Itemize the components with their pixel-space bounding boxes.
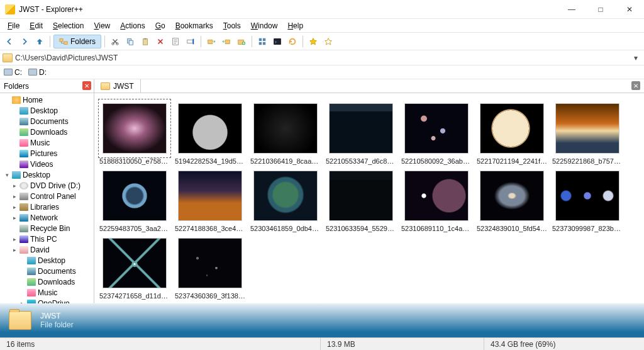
nav-up-button[interactable]: [33, 35, 47, 48]
folder-tree-icon: [59, 37, 68, 46]
svg-rect-18: [274, 38, 281, 44]
folders-pane-toggle[interactable]: Folders: [53, 35, 101, 48]
menu-actions[interactable]: Actions: [115, 20, 150, 31]
expand-icon[interactable]: ▸: [11, 247, 18, 253]
file-item[interactable]: 52374360369_3f1388730c_k....: [174, 235, 247, 300]
tree-node-dvd-drive-d-[interactable]: ▸DVD Drive (D:): [0, 180, 94, 191]
terminal-button[interactable]: [270, 35, 284, 48]
tab-close-button[interactable]: ✕: [631, 81, 640, 90]
tree-close-button[interactable]: ✕: [82, 81, 91, 90]
tree-node-music[interactable]: Music: [0, 137, 94, 148]
tree-node-desktop[interactable]: Desktop: [0, 105, 94, 116]
tree-node-documents[interactable]: Documents: [0, 116, 94, 127]
file-item[interactable]: 52217021194_2241f505e1_k....: [475, 101, 548, 166]
cut-button[interactable]: [108, 35, 122, 48]
menu-window[interactable]: Window: [246, 20, 283, 31]
menu-help[interactable]: Help: [282, 20, 308, 31]
menu-go[interactable]: Go: [150, 20, 170, 31]
thumbnail: [553, 168, 622, 223]
menu-file[interactable]: File: [3, 20, 25, 31]
thumbnail: [175, 235, 245, 291]
file-item[interactable]: 52374271658_d11dcb3d64_o....: [98, 235, 171, 300]
tab-jwst[interactable]: JWST: [94, 79, 141, 93]
copy-button[interactable]: [123, 35, 137, 48]
address-dropdown-icon[interactable]: ▾: [630, 54, 641, 62]
tree-node-pictures[interactable]: Pictures: [0, 148, 94, 159]
drive-c[interactable]: C:: [4, 68, 22, 77]
tree-node-network[interactable]: ▸Network: [0, 212, 94, 223]
close-button[interactable]: ✕: [615, 0, 644, 19]
move-to-button[interactable]: [219, 35, 233, 48]
expand-icon[interactable]: ▸: [11, 193, 18, 200]
tree-node-downloads[interactable]: Downloads: [0, 127, 94, 137]
node-icon: [19, 139, 28, 147]
tree-node-home[interactable]: Home: [0, 94, 94, 105]
menu-bookmarks[interactable]: Bookmarks: [170, 20, 218, 31]
tree-node-libraries[interactable]: ▸Libraries: [0, 201, 94, 212]
nav-back-button[interactable]: [3, 35, 16, 48]
file-item[interactable]: 52373099987_823bc2283a_o....: [551, 168, 624, 233]
nav-forward-button[interactable]: [18, 35, 31, 48]
file-item[interactable]: 52210366419_8caa0cfad4_k....: [249, 101, 322, 166]
tree-node-documents[interactable]: Documents: [0, 266, 94, 276]
svg-rect-16: [259, 42, 262, 44]
views-button[interactable]: [255, 35, 269, 48]
new-folder-button[interactable]: [235, 35, 248, 48]
refresh-button[interactable]: [286, 35, 299, 48]
tree-node-desktop[interactable]: Desktop: [0, 255, 94, 266]
file-pane[interactable]: 51888310050_e758d5372b_h.jpg51942282534_…: [94, 93, 644, 303]
maximize-button[interactable]: □: [586, 0, 615, 19]
svg-rect-6: [143, 38, 148, 45]
copy-to-button[interactable]: [204, 35, 218, 48]
file-item[interactable]: 52259221868_b757d6cdea_k....: [551, 101, 624, 166]
file-name: 52374271658_d11dcb3d64_o....: [99, 292, 170, 300]
thumbnail: [175, 168, 245, 223]
tree-node-music[interactable]: Music: [0, 287, 94, 298]
file-item[interactable]: 51888310050_e758d5372b_h.jpg: [98, 101, 171, 166]
properties-button[interactable]: [169, 35, 182, 48]
file-item[interactable]: 52310633594_552975212a_k....: [325, 168, 397, 233]
expand-icon[interactable]: ▸: [11, 183, 18, 189]
status-items: 16 items: [0, 338, 321, 350]
delete-button[interactable]: [153, 35, 167, 48]
node-icon: [19, 107, 28, 115]
menu-view[interactable]: View: [89, 20, 115, 31]
tree-node-recycle-bin[interactable]: Recycle Bin: [0, 223, 94, 234]
tree-node-this-pc[interactable]: ▸This PC: [0, 234, 94, 244]
tree-node-david[interactable]: ▸David: [0, 244, 94, 255]
bookmark-add-button[interactable]: [306, 35, 320, 48]
file-name: 52217021194_2241f505e1_k....: [477, 157, 547, 166]
menu-edit[interactable]: Edit: [25, 20, 48, 31]
tree-node-onedrive[interactable]: ▸OneDrive: [0, 298, 94, 303]
file-item[interactable]: 52310689110_1c4ab555b0_k....: [400, 168, 473, 233]
bookmark-manage-button[interactable]: [321, 35, 335, 48]
paste-button[interactable]: [138, 35, 152, 48]
menu-tools[interactable]: Tools: [218, 20, 246, 31]
file-item[interactable]: 52259483705_3aa25d6956_k....: [98, 168, 171, 233]
minimize-button[interactable]: ―: [557, 0, 586, 19]
folder-tree[interactable]: HomeDesktopDocumentsDownloadsMusicPictur…: [0, 93, 94, 303]
tree-node-control-panel[interactable]: ▸Control Panel: [0, 191, 94, 201]
expand-icon[interactable]: ▸: [11, 204, 18, 210]
drive-d[interactable]: D:: [28, 68, 47, 77]
file-name: 51942282534_19d5470826_o....: [175, 157, 245, 166]
menu-selection[interactable]: Selection: [48, 20, 89, 31]
address-input[interactable]: [15, 54, 628, 62]
tree-node-downloads[interactable]: Downloads: [0, 276, 94, 287]
tree-node-videos[interactable]: Videos: [0, 159, 94, 169]
tree-node-desktop[interactable]: ▾Desktop: [0, 169, 94, 180]
rename-button[interactable]: [184, 35, 197, 48]
node-icon: [19, 161, 28, 168]
expand-icon[interactable]: ▸: [11, 215, 18, 221]
file-item[interactable]: 52274188368_3ce4e1d2da_k....: [174, 168, 247, 233]
file-item[interactable]: 52324839010_5fd541e2f2_k.jpg: [475, 168, 548, 233]
expand-icon[interactable]: ▸: [11, 236, 18, 242]
file-item[interactable]: 52303461859_0db4d9b739_o....: [249, 168, 322, 233]
file-item[interactable]: 51942282534_19d5470826_o....: [174, 101, 247, 166]
file-item[interactable]: 52210553347_d6c813cb72_k....: [325, 101, 397, 166]
node-icon: [27, 268, 36, 275]
folder-icon: [3, 54, 13, 62]
expand-icon[interactable]: ▾: [4, 172, 10, 178]
node-icon: [19, 246, 28, 254]
file-item[interactable]: 52210580092_36abcc092c_k....: [400, 101, 473, 166]
